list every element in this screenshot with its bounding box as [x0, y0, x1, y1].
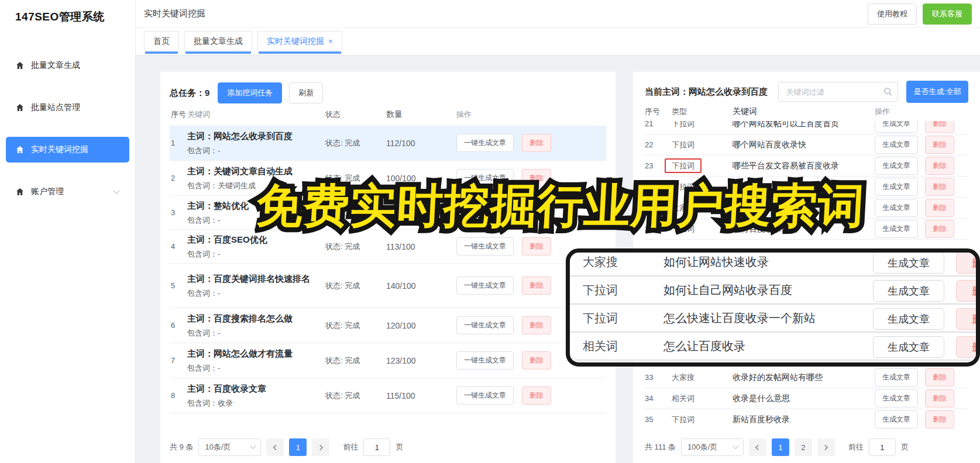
- sidebar-item-label: 实时关键词挖掘: [31, 144, 88, 155]
- generate-articles-button[interactable]: 一键生成文章: [456, 203, 514, 222]
- delete-button[interactable]: 删除: [925, 368, 954, 386]
- task-index: 5: [170, 281, 187, 290]
- delete-button[interactable]: 删除: [925, 136, 954, 154]
- magnified-callout: 大家搜 如何让网站快速收录 生成文章 删除 下拉词 如何让自己网站收录百度 生成…: [566, 248, 980, 367]
- add-task-button[interactable]: 添加挖词任务: [218, 82, 282, 103]
- delete-button[interactable]: 删除: [522, 169, 551, 187]
- inset-generate-article-button: 生成文章: [873, 336, 944, 358]
- keyword-row: 35 下拉词 新站百度秒收录 生成文章 删除: [645, 409, 968, 429]
- generate-articles-button[interactable]: 一键生成文章: [456, 134, 514, 152]
- prev-page-button[interactable]: [266, 438, 284, 456]
- delete-button[interactable]: 删除: [522, 237, 551, 255]
- generate-articles-button[interactable]: 一键生成文章: [456, 386, 514, 405]
- generate-articles-button[interactable]: 一键生成文章: [456, 316, 514, 334]
- keyword-row: 33 大家搜 收录好的发帖网站有哪些 生成文章 删除: [645, 367, 968, 388]
- inset-delete-button: 删除: [956, 252, 980, 274]
- generate-articles-button[interactable]: 一键生成文章: [456, 237, 514, 255]
- task-row[interactable]: 6 主词：百度搜索排名怎么做 包含词：- 状态: 完成 120/100 一键生成…: [170, 308, 606, 343]
- task-row[interactable]: 7 主词：网站怎么做才有流量 包含词：- 状态: 完成 123/100 一键生成…: [170, 343, 606, 378]
- tasks-table-body: 1 主词：网站怎么收录到百度 包含词：- 状态: 完成 112/100 一键生成…: [170, 126, 606, 413]
- page-size-select[interactable]: 100条/页: [681, 438, 744, 456]
- task-index: 2: [170, 174, 187, 182]
- keyword-type: 大家搜: [672, 373, 694, 382]
- task-status: 状态: 完成: [325, 173, 386, 184]
- tutorial-button[interactable]: 使用教程: [868, 4, 917, 25]
- generate-articles-button[interactable]: 一键生成文章: [456, 351, 514, 369]
- col-keyword: 关键词: [187, 109, 325, 120]
- col-type: 类型: [672, 106, 733, 117]
- keyword-type: 下拉词: [672, 140, 694, 149]
- next-page-button[interactable]: [312, 438, 329, 456]
- sidebar-item[interactable]: 批量站点管理: [6, 95, 129, 120]
- refresh-button[interactable]: 刷新: [289, 82, 323, 103]
- generate-article-button[interactable]: 生成文章: [875, 368, 918, 386]
- task-include-words: 包含词：关键词生成: [187, 181, 319, 191]
- task-row[interactable]: 4 主词：百度SEO优化 包含词：- 状态: 完成 113/100 一键生成文章…: [170, 230, 606, 264]
- keyword-index: 33: [645, 373, 672, 382]
- page-button-1[interactable]: 1: [772, 438, 789, 456]
- col-count: 数量: [386, 109, 456, 120]
- delete-button[interactable]: 删除: [925, 157, 954, 175]
- task-index: 8: [170, 391, 187, 400]
- tab[interactable]: 批量文章生成×: [184, 31, 252, 52]
- task-keyword: 主词：百度收录文章: [187, 382, 319, 395]
- goto-page-input[interactable]: [869, 438, 896, 456]
- page-button-2[interactable]: 2: [795, 438, 812, 456]
- delete-button[interactable]: 删除: [925, 220, 954, 238]
- sidebar-item[interactable]: 实时关键词挖掘: [6, 137, 129, 163]
- inset-delete-button: 删除: [956, 336, 980, 358]
- delete-button[interactable]: 删除: [522, 386, 551, 405]
- task-count: 140/100: [386, 281, 456, 291]
- contact-support-button[interactable]: 联系客服: [923, 4, 972, 25]
- delete-button[interactable]: 删除: [522, 203, 551, 222]
- keyword-type: 相关词: [672, 394, 694, 403]
- delete-button[interactable]: 删除: [522, 277, 551, 295]
- generate-article-button[interactable]: 生成文章: [875, 136, 918, 154]
- chevron-down-icon: [113, 187, 119, 194]
- delete-button[interactable]: 删除: [522, 316, 551, 334]
- generate-article-button[interactable]: 生成文章: [875, 199, 918, 217]
- generate-article-button[interactable]: 生成文章: [875, 121, 918, 133]
- task-row[interactable]: 5 主词：百度关键词排名快速排名 包含词：- 状态: 完成 140/100 一键…: [170, 264, 606, 308]
- search-icon: [883, 87, 892, 96]
- page-size-select[interactable]: 10条/页: [198, 438, 261, 456]
- keyword-row: 24 下拉词 生成文章 删除: [645, 177, 968, 198]
- delete-button[interactable]: 删除: [925, 410, 954, 429]
- generate-article-button[interactable]: 生成文章: [875, 157, 918, 175]
- generate-article-button[interactable]: 生成文章: [875, 389, 918, 407]
- arrow-right-icon: [823, 444, 828, 450]
- task-status: 状态: 完成: [325, 281, 386, 291]
- task-row[interactable]: 1 主词：网站怎么收录到百度 包含词：- 状态: 完成 112/100 一键生成…: [170, 126, 606, 161]
- keywords-pagination: 共 111 条 100条/页 1 2 前往 页: [645, 438, 968, 456]
- keyword-filter-input[interactable]: [778, 82, 898, 102]
- tab[interactable]: 首页×: [144, 31, 179, 52]
- delete-button[interactable]: 删除: [522, 351, 551, 369]
- delete-button[interactable]: 删除: [925, 178, 954, 196]
- prev-page-button[interactable]: [749, 438, 766, 456]
- inset-keyword-type: 下拉词: [570, 310, 663, 326]
- page-button[interactable]: 1: [289, 438, 307, 456]
- keyword-text: 哪个网站百度收录快: [733, 140, 875, 150]
- goto-page-input[interactable]: [363, 438, 390, 456]
- sidebar-item[interactable]: 账户管理: [6, 179, 129, 205]
- delete-button[interactable]: 删除: [522, 134, 551, 152]
- delete-button[interactable]: 删除: [925, 121, 954, 133]
- delete-button[interactable]: 删除: [925, 389, 954, 407]
- tab-close-icon[interactable]: ×: [328, 37, 333, 46]
- keyword-type: 下拉词: [672, 224, 694, 233]
- generate-articles-button[interactable]: 一键生成文章: [456, 277, 514, 295]
- generate-article-button[interactable]: 生成文章: [875, 178, 918, 196]
- generate-articles-button[interactable]: 一键生成文章: [456, 169, 514, 187]
- generate-filter-button[interactable]: 是否生成:全部: [906, 81, 968, 103]
- task-row[interactable]: 8 主词：百度收录文章 包含词：收录 状态: 完成 115/100 一键生成文章…: [170, 378, 606, 413]
- generate-article-button[interactable]: 生成文章: [875, 220, 918, 238]
- task-include-words: 包含词：收录: [187, 398, 319, 409]
- inset-row: 下拉词 如何让自己网站收录百度 生成文章 删除: [570, 277, 976, 305]
- next-page-button[interactable]: [817, 438, 835, 456]
- generate-article-button[interactable]: 生成文章: [875, 410, 918, 429]
- tab[interactable]: 实时关键词挖掘×: [257, 31, 342, 52]
- task-row[interactable]: 2 主词：关键词文章自动生成 包含词：关键词生成 状态: 完成 100/100 …: [170, 161, 606, 196]
- delete-button[interactable]: 删除: [925, 199, 954, 217]
- sidebar-item[interactable]: 批量文章生成: [6, 53, 129, 78]
- task-row[interactable]: 3 主词：整站优化 包含词：- 状态: 完成 一键生成文章 删除: [170, 196, 606, 230]
